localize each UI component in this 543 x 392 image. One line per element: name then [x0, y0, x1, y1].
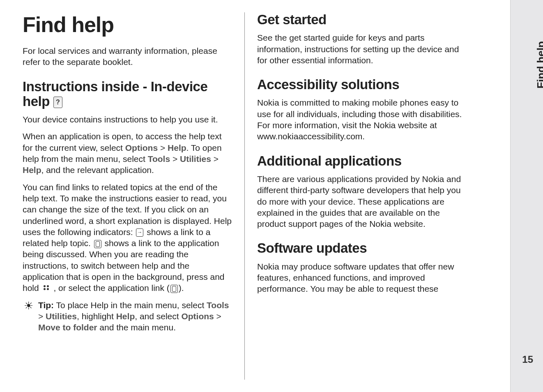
- paragraph: Nokia is committed to making mobile phon…: [257, 97, 470, 142]
- heading-text: Instructions inside - In-device help: [23, 79, 207, 109]
- paragraph: Your device contains instructions to hel…: [23, 114, 232, 125]
- section-heading: Additional applications: [257, 154, 470, 168]
- app-link-icon: [94, 240, 101, 248]
- tip-text: Tip: To place Help in the main menu, sel…: [38, 300, 232, 333]
- page-number: 15: [522, 354, 533, 365]
- tip-lightbulb-icon: ☀: [23, 300, 34, 311]
- paragraph: You can find links to related topics at …: [23, 182, 232, 294]
- paragraph: There are various applications provided …: [257, 173, 470, 229]
- menu-path-item: Utilities: [46, 311, 77, 321]
- menu-path-item: Options: [181, 311, 214, 321]
- intro-paragraph: For local services and warranty informat…: [23, 45, 232, 68]
- link-arrow-icon: [136, 228, 143, 237]
- menu-key-icon: [43, 285, 50, 293]
- menu-path-item: Tools: [207, 300, 229, 310]
- menu-path-item: Help: [23, 165, 41, 175]
- menu-path-item: Utilities: [180, 154, 211, 164]
- paragraph: Nokia may produce software updates that …: [257, 261, 470, 295]
- help-icon: [53, 97, 62, 108]
- side-tab: Find help 15: [510, 0, 543, 392]
- right-column: Get started See the get started guide fo…: [244, 12, 474, 380]
- menu-path-item: Tools: [148, 154, 170, 164]
- side-tab-label: Find help: [535, 41, 543, 89]
- menu-path-item: Move to folder: [38, 323, 97, 332]
- menu-path-item: Help: [168, 143, 186, 152]
- app-link-icon: [170, 285, 178, 293]
- menu-path-item: Options: [125, 143, 158, 152]
- section-heading: Get started: [257, 12, 470, 27]
- left-column: Find help For local services and warrant…: [23, 12, 244, 380]
- page-title: Find help: [23, 12, 232, 37]
- section-heading-instructions: Instructions inside - In-device help: [23, 79, 232, 109]
- tip-block: ☀ Tip: To place Help in the main menu, s…: [23, 300, 232, 333]
- paragraph: See the get started guide for keys and p…: [257, 32, 470, 66]
- menu-path-item: Help: [116, 311, 135, 321]
- section-heading: Accessibility solutions: [257, 77, 470, 92]
- section-heading: Software updates: [257, 241, 470, 256]
- paragraph: When an application is open, to access t…: [23, 131, 232, 175]
- page-content: Find help For local services and warrant…: [0, 0, 485, 392]
